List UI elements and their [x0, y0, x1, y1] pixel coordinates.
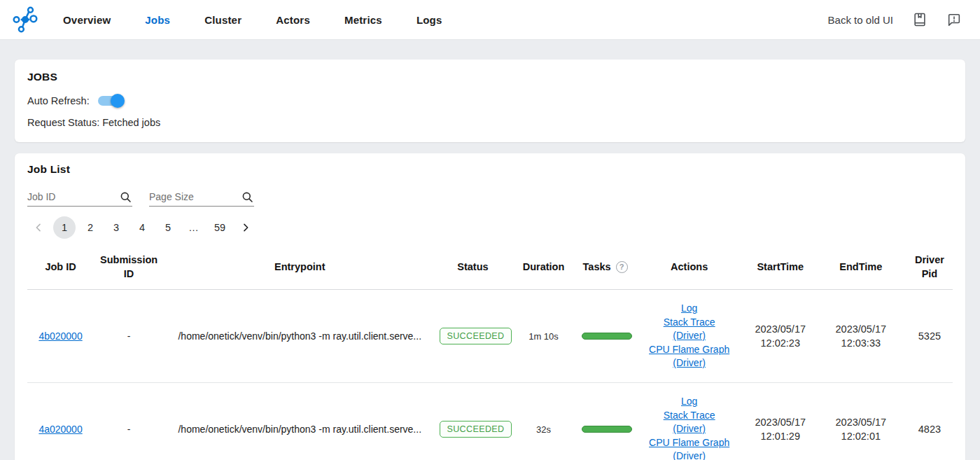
stack-trace-link[interactable]: Stack Trace (Driver) [647, 409, 732, 436]
nav-right: Back to old UI [828, 12, 962, 27]
log-link[interactable]: Log [647, 302, 732, 316]
auto-refresh-toggle[interactable] [98, 96, 122, 106]
chevron-right-icon [240, 222, 251, 233]
start-time-cell: 2023/05/17 12:02:23 [750, 322, 811, 350]
pagination-page-4[interactable]: 4 [131, 216, 153, 239]
feedback-icon[interactable] [946, 12, 962, 27]
table-row: 4b020000 - /home/onetick/venv/bin/python… [27, 290, 953, 383]
pagination-page-5[interactable]: 5 [157, 216, 179, 239]
col-header-tasks: Tasks [578, 244, 634, 290]
col-header-endtime: EndTime [816, 244, 906, 290]
tab-metrics[interactable]: Metrics [344, 14, 382, 26]
job-table: Job ID Submission ID Entrypoint Status D… [27, 244, 953, 460]
search-icon [241, 190, 254, 204]
job-id-filter-input[interactable] [27, 190, 116, 204]
col-header-job-id: Job ID [27, 244, 94, 290]
main-content: JOBS Auto Refresh: Request Status: Fetch… [0, 60, 980, 460]
tab-overview[interactable]: Overview [63, 14, 111, 26]
end-time-cell: 2023/05/17 12:03:33 [831, 322, 891, 350]
page-size-filter [149, 190, 254, 207]
docs-book-icon[interactable] [912, 12, 927, 27]
tasks-progress-bar [582, 426, 632, 433]
pagination: 1 2 3 4 5 … 59 [27, 216, 953, 239]
table-row: 4a020000 - /home/onetick/venv/bin/python… [27, 383, 953, 460]
request-status-text: Request Status: Fetched jobs [27, 117, 953, 128]
jobs-panel: JOBS Auto Refresh: Request Status: Fetch… [15, 60, 965, 142]
pagination-ellipsis: … [183, 216, 205, 239]
log-link[interactable]: Log [647, 395, 732, 409]
tab-cluster[interactable]: Cluster [204, 14, 241, 26]
duration-cell: 1m 10s [510, 290, 577, 383]
nav-tabs: Overview Jobs Cluster Actors Metrics Log… [63, 14, 442, 26]
pagination-page-3[interactable]: 3 [105, 216, 127, 239]
status-badge: SUCCEEDED [440, 328, 511, 344]
entrypoint-cell: /home/onetick/venv/bin/python3 -m ray.ut… [164, 383, 435, 460]
duration-cell: 32s [510, 383, 577, 460]
tasks-header-label: Tasks [583, 260, 611, 274]
pagination-page-59[interactable]: 59 [209, 216, 231, 239]
tab-actors[interactable]: Actors [276, 14, 310, 26]
cpu-flame-graph-link[interactable]: CPU Flame Graph (Driver) [647, 436, 732, 460]
chevron-left-icon [33, 222, 44, 233]
job-id-link[interactable]: 4b020000 [38, 330, 82, 342]
col-header-submission-id: Submission ID [94, 244, 164, 290]
page-size-filter-input[interactable] [149, 190, 238, 204]
col-header-starttime: StartTime [746, 244, 816, 290]
actions-cell: Log Stack Trace (Driver) CPU Flame Graph… [647, 395, 732, 460]
job-list-title: Job List [27, 163, 953, 176]
pagination-prev-button[interactable] [27, 216, 50, 239]
table-header-row: Job ID Submission ID Entrypoint Status D… [27, 244, 953, 290]
col-header-actions: Actions [634, 244, 746, 290]
end-time-cell: 2023/05/17 12:02:01 [831, 415, 891, 443]
pagination-next-button[interactable] [234, 216, 257, 239]
col-header-driver-pid: Driver Pid [906, 244, 953, 290]
start-time-cell: 2023/05/17 12:01:29 [750, 415, 811, 443]
col-header-status: Status [435, 244, 510, 290]
entrypoint-cell: /home/onetick/venv/bin/python3 -m ray.ut… [164, 290, 435, 383]
ray-logo [10, 4, 41, 35]
pagination-page-1[interactable]: 1 [53, 216, 76, 239]
job-id-link[interactable]: 4a020000 [38, 424, 82, 435]
driver-pid-cell: 5325 [906, 290, 953, 383]
auto-refresh-label: Auto Refresh: [27, 95, 90, 106]
driver-pid-cell: 4823 [906, 383, 953, 460]
stack-trace-link[interactable]: Stack Trace (Driver) [647, 316, 732, 343]
search-icon [119, 190, 132, 204]
job-list-filters [27, 190, 953, 207]
submission-id-cell: - [94, 383, 164, 460]
tasks-help-icon[interactable] [616, 261, 628, 273]
job-list-panel: Job List 1 2 3 4 5 … [15, 153, 965, 460]
submission-id-cell: - [94, 290, 164, 383]
tasks-progress-bar [582, 333, 632, 340]
cpu-flame-graph-link[interactable]: CPU Flame Graph (Driver) [647, 343, 732, 370]
col-header-duration: Duration [510, 244, 577, 290]
col-header-entrypoint: Entrypoint [164, 244, 435, 290]
tab-logs[interactable]: Logs [416, 14, 442, 26]
status-badge: SUCCEEDED [440, 421, 511, 438]
jobs-panel-title: JOBS [27, 71, 953, 83]
back-to-old-ui-link[interactable]: Back to old UI [828, 14, 893, 26]
tab-jobs[interactable]: Jobs [145, 14, 170, 26]
actions-cell: Log Stack Trace (Driver) CPU Flame Graph… [647, 302, 732, 370]
job-id-filter [27, 190, 132, 207]
pagination-page-2[interactable]: 2 [79, 216, 102, 239]
top-nav: Overview Jobs Cluster Actors Metrics Log… [0, 0, 980, 40]
